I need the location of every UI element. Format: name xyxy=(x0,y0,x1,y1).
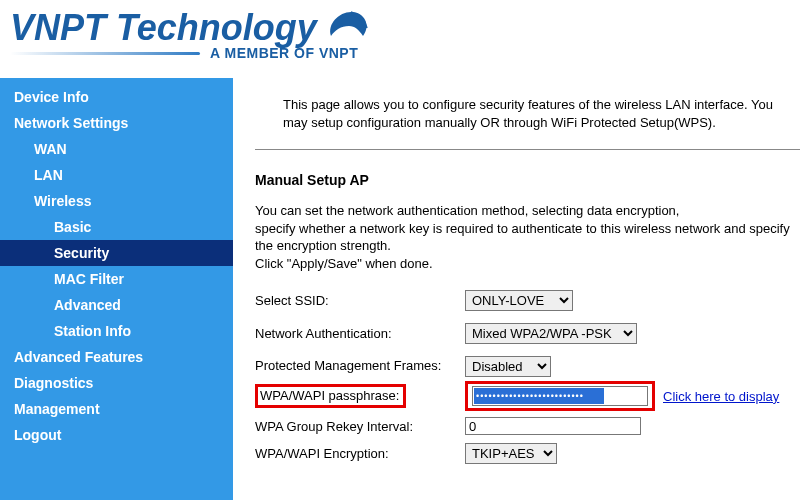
sidebar-item-advanced-features[interactable]: Advanced Features xyxy=(0,344,233,370)
encryption-select[interactable]: TKIP+AES xyxy=(465,443,557,464)
main-content: This page allows you to configure securi… xyxy=(233,78,800,500)
sidebar-item-lan[interactable]: LAN xyxy=(0,162,233,188)
sidebar-item-diagnostics[interactable]: Diagnostics xyxy=(0,370,233,396)
section-title: Manual Setup AP xyxy=(255,172,800,188)
auth-select[interactable]: Mixed WPA2/WPA -PSK xyxy=(465,323,637,344)
sidebar-item-basic[interactable]: Basic xyxy=(0,214,233,240)
rekey-label: WPA Group Rekey Interval: xyxy=(255,419,465,434)
passphrase-label: WPA/WAPI passphrase: xyxy=(255,384,406,408)
auth-label: Network Authentication: xyxy=(255,326,465,341)
sidebar-item-management[interactable]: Management xyxy=(0,396,233,422)
passphrase-mask: •••••••••••••••••••••••••• xyxy=(474,388,604,404)
pmf-label: Protected Management Frames: xyxy=(255,359,465,374)
ssid-label: Select SSID: xyxy=(255,293,465,308)
brand-subtitle: A MEMBER OF VNPT xyxy=(210,45,358,61)
section-description: You can set the network authentication m… xyxy=(255,202,800,272)
page-intro: This page allows you to configure securi… xyxy=(255,96,800,131)
sidebar: Device Info Network Settings WAN LAN Wir… xyxy=(0,78,233,500)
header: VNPT Technology A MEMBER OF VNPT xyxy=(0,0,800,78)
sidebar-item-logout[interactable]: Logout xyxy=(0,422,233,448)
sidebar-item-wireless[interactable]: Wireless xyxy=(0,188,233,214)
sidebar-item-security[interactable]: Security xyxy=(0,240,233,266)
ssid-select[interactable]: ONLY-LOVE xyxy=(465,290,573,311)
passphrase-highlight: •••••••••••••••••••••••••• xyxy=(465,381,655,411)
passphrase-input[interactable]: •••••••••••••••••••••••••• xyxy=(472,386,648,406)
sidebar-item-station-info[interactable]: Station Info xyxy=(0,318,233,344)
sidebar-item-device-info[interactable]: Device Info xyxy=(0,84,233,110)
sidebar-item-wan[interactable]: WAN xyxy=(0,136,233,162)
passphrase-label-cell: WPA/WAPI passphrase: xyxy=(255,384,465,408)
sidebar-item-advanced[interactable]: Advanced xyxy=(0,292,233,318)
divider xyxy=(255,149,800,150)
sidebar-item-mac-filter[interactable]: MAC Filter xyxy=(0,266,233,292)
brand-name: VNPT Technology xyxy=(10,7,317,49)
sidebar-item-network-settings[interactable]: Network Settings xyxy=(0,110,233,136)
pmf-select[interactable]: Disabled xyxy=(465,356,551,377)
rekey-input[interactable] xyxy=(465,417,641,435)
brand-underline xyxy=(10,52,200,55)
encryption-label: WPA/WAPI Encryption: xyxy=(255,446,465,461)
display-passphrase-link[interactable]: Click here to display xyxy=(663,389,779,404)
brand-logo-icon xyxy=(325,6,373,49)
